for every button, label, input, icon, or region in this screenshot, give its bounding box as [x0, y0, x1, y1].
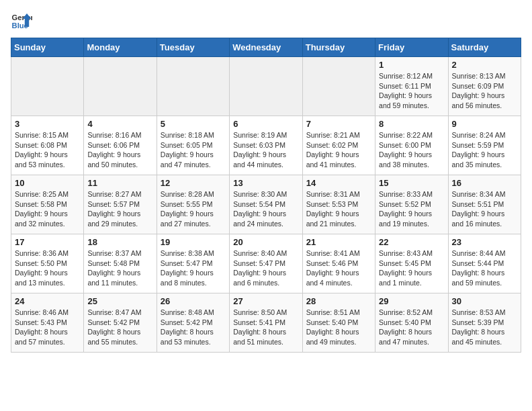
day-info: Sunrise: 8:15 AM Sunset: 6:08 PM Dayligh…: [15, 130, 80, 170]
day-info: Sunrise: 8:13 AM Sunset: 6:09 PM Dayligh…: [452, 71, 517, 111]
calendar-cell: 27Sunrise: 8:50 AM Sunset: 5:41 PM Dayli…: [230, 293, 302, 353]
day-info: Sunrise: 8:27 AM Sunset: 5:57 PM Dayligh…: [87, 189, 152, 229]
day-number: 28: [306, 296, 371, 306]
day-info: Sunrise: 8:36 AM Sunset: 5:50 PM Dayligh…: [15, 248, 80, 288]
day-info: Sunrise: 8:48 AM Sunset: 5:42 PM Dayligh…: [161, 308, 226, 347]
day-number: 10: [15, 178, 80, 188]
calendar-cell: 14Sunrise: 8:31 AM Sunset: 5:53 PM Dayli…: [302, 175, 375, 234]
day-number: 15: [379, 178, 444, 188]
calendar-cell: 22Sunrise: 8:43 AM Sunset: 5:45 PM Dayli…: [375, 234, 448, 293]
day-number: 24: [15, 296, 80, 306]
calendar-cell: [230, 57, 302, 116]
day-info: Sunrise: 8:50 AM Sunset: 5:41 PM Dayligh…: [233, 308, 298, 347]
calendar-cell: 1Sunrise: 8:12 AM Sunset: 6:11 PM Daylig…: [375, 57, 448, 116]
calendar-cell: 2Sunrise: 8:13 AM Sunset: 6:09 PM Daylig…: [448, 57, 521, 116]
day-info: Sunrise: 8:25 AM Sunset: 5:58 PM Dayligh…: [15, 189, 80, 229]
calendar-cell: 7Sunrise: 8:21 AM Sunset: 6:02 PM Daylig…: [302, 116, 375, 175]
day-info: Sunrise: 8:19 AM Sunset: 6:03 PM Dayligh…: [233, 130, 298, 170]
day-number: 29: [379, 296, 444, 306]
calendar-cell: [302, 57, 375, 116]
day-info: Sunrise: 8:43 AM Sunset: 5:45 PM Dayligh…: [379, 248, 444, 288]
day-number: 7: [306, 119, 371, 129]
day-info: Sunrise: 8:18 AM Sunset: 6:05 PM Dayligh…: [161, 130, 226, 170]
calendar-cell: [84, 57, 157, 116]
calendar-cell: 30Sunrise: 8:53 AM Sunset: 5:39 PM Dayli…: [448, 293, 521, 353]
day-info: Sunrise: 8:37 AM Sunset: 5:48 PM Dayligh…: [87, 248, 152, 288]
calendar-cell: 5Sunrise: 8:18 AM Sunset: 6:05 PM Daylig…: [157, 116, 229, 175]
calendar-cell: 26Sunrise: 8:48 AM Sunset: 5:42 PM Dayli…: [157, 293, 229, 353]
day-number: 27: [233, 296, 298, 306]
day-info: Sunrise: 8:34 AM Sunset: 5:51 PM Dayligh…: [452, 189, 517, 229]
calendar-cell: 6Sunrise: 8:19 AM Sunset: 6:03 PM Daylig…: [230, 116, 302, 175]
calendar-cell: 17Sunrise: 8:36 AM Sunset: 5:50 PM Dayli…: [11, 234, 84, 293]
day-info: Sunrise: 8:30 AM Sunset: 5:54 PM Dayligh…: [233, 189, 298, 229]
day-number: 20: [233, 237, 298, 247]
calendar-cell: 16Sunrise: 8:34 AM Sunset: 5:51 PM Dayli…: [448, 175, 521, 234]
week-row-3: 10Sunrise: 8:25 AM Sunset: 5:58 PM Dayli…: [11, 175, 521, 234]
calendar-cell: 8Sunrise: 8:22 AM Sunset: 6:00 PM Daylig…: [375, 116, 448, 175]
calendar-cell: 25Sunrise: 8:47 AM Sunset: 5:42 PM Dayli…: [84, 293, 157, 353]
day-info: Sunrise: 8:40 AM Sunset: 5:47 PM Dayligh…: [233, 248, 298, 288]
day-number: 22: [379, 237, 444, 247]
day-info: Sunrise: 8:52 AM Sunset: 5:40 PM Dayligh…: [379, 308, 444, 347]
day-info: Sunrise: 8:22 AM Sunset: 6:00 PM Dayligh…: [379, 130, 444, 170]
day-number: 2: [452, 60, 517, 70]
calendar-cell: 4Sunrise: 8:16 AM Sunset: 6:06 PM Daylig…: [84, 116, 157, 175]
calendar-cell: 12Sunrise: 8:28 AM Sunset: 5:55 PM Dayli…: [157, 175, 229, 234]
calendar-cell: 24Sunrise: 8:46 AM Sunset: 5:43 PM Dayli…: [11, 293, 84, 353]
day-number: 17: [15, 237, 80, 247]
column-header-saturday: Saturday: [448, 38, 521, 57]
day-number: 21: [306, 237, 371, 247]
day-info: Sunrise: 8:41 AM Sunset: 5:46 PM Dayligh…: [306, 248, 371, 288]
day-info: Sunrise: 8:33 AM Sunset: 5:52 PM Dayligh…: [379, 189, 444, 229]
week-row-5: 24Sunrise: 8:46 AM Sunset: 5:43 PM Dayli…: [11, 293, 521, 353]
week-row-1: 1Sunrise: 8:12 AM Sunset: 6:11 PM Daylig…: [11, 57, 521, 116]
logo-icon: General Blue: [11, 11, 32, 32]
day-number: 16: [452, 178, 517, 188]
day-number: 12: [161, 178, 226, 188]
calendar-cell: [157, 57, 229, 116]
calendar-cell: 9Sunrise: 8:24 AM Sunset: 5:59 PM Daylig…: [448, 116, 521, 175]
day-info: Sunrise: 8:28 AM Sunset: 5:55 PM Dayligh…: [161, 189, 226, 229]
day-number: 9: [452, 119, 517, 129]
calendar-cell: 15Sunrise: 8:33 AM Sunset: 5:52 PM Dayli…: [375, 175, 448, 234]
column-header-tuesday: Tuesday: [157, 38, 229, 57]
day-info: Sunrise: 8:53 AM Sunset: 5:39 PM Dayligh…: [452, 308, 517, 347]
calendar-cell: 3Sunrise: 8:15 AM Sunset: 6:08 PM Daylig…: [11, 116, 84, 175]
calendar-cell: [11, 57, 84, 116]
calendar-header-row: SundayMondayTuesdayWednesdayThursdayFrid…: [11, 38, 521, 57]
day-info: Sunrise: 8:46 AM Sunset: 5:43 PM Dayligh…: [15, 308, 80, 347]
day-number: 25: [87, 296, 152, 306]
day-number: 8: [379, 119, 444, 129]
day-info: Sunrise: 8:12 AM Sunset: 6:11 PM Dayligh…: [379, 71, 444, 111]
week-row-4: 17Sunrise: 8:36 AM Sunset: 5:50 PM Dayli…: [11, 234, 521, 293]
day-number: 30: [452, 296, 517, 306]
calendar-cell: 20Sunrise: 8:40 AM Sunset: 5:47 PM Dayli…: [230, 234, 302, 293]
calendar-cell: 23Sunrise: 8:44 AM Sunset: 5:44 PM Dayli…: [448, 234, 521, 293]
day-number: 13: [233, 178, 298, 188]
calendar-cell: 28Sunrise: 8:51 AM Sunset: 5:40 PM Dayli…: [302, 293, 375, 353]
day-info: Sunrise: 8:51 AM Sunset: 5:40 PM Dayligh…: [306, 308, 371, 347]
column-header-friday: Friday: [375, 38, 448, 57]
calendar-cell: 19Sunrise: 8:38 AM Sunset: 5:47 PM Dayli…: [157, 234, 229, 293]
day-info: Sunrise: 8:38 AM Sunset: 5:47 PM Dayligh…: [161, 248, 226, 288]
day-number: 18: [87, 237, 152, 247]
calendar-cell: 11Sunrise: 8:27 AM Sunset: 5:57 PM Dayli…: [84, 175, 157, 234]
day-info: Sunrise: 8:24 AM Sunset: 5:59 PM Dayligh…: [452, 130, 517, 170]
day-info: Sunrise: 8:16 AM Sunset: 6:06 PM Dayligh…: [87, 130, 152, 170]
day-number: 11: [87, 178, 152, 188]
page-header: General Blue: [11, 11, 521, 32]
week-row-2: 3Sunrise: 8:15 AM Sunset: 6:08 PM Daylig…: [11, 116, 521, 175]
column-header-sunday: Sunday: [11, 38, 84, 57]
day-info: Sunrise: 8:21 AM Sunset: 6:02 PM Dayligh…: [306, 130, 371, 170]
day-number: 3: [15, 119, 80, 129]
day-info: Sunrise: 8:44 AM Sunset: 5:44 PM Dayligh…: [452, 248, 517, 288]
day-number: 23: [452, 237, 517, 247]
calendar-cell: 29Sunrise: 8:52 AM Sunset: 5:40 PM Dayli…: [375, 293, 448, 353]
calendar-cell: 18Sunrise: 8:37 AM Sunset: 5:48 PM Dayli…: [84, 234, 157, 293]
day-number: 6: [233, 119, 298, 129]
column-header-wednesday: Wednesday: [230, 38, 302, 57]
calendar-cell: 21Sunrise: 8:41 AM Sunset: 5:46 PM Dayli…: [302, 234, 375, 293]
day-number: 14: [306, 178, 371, 188]
column-header-thursday: Thursday: [302, 38, 375, 57]
